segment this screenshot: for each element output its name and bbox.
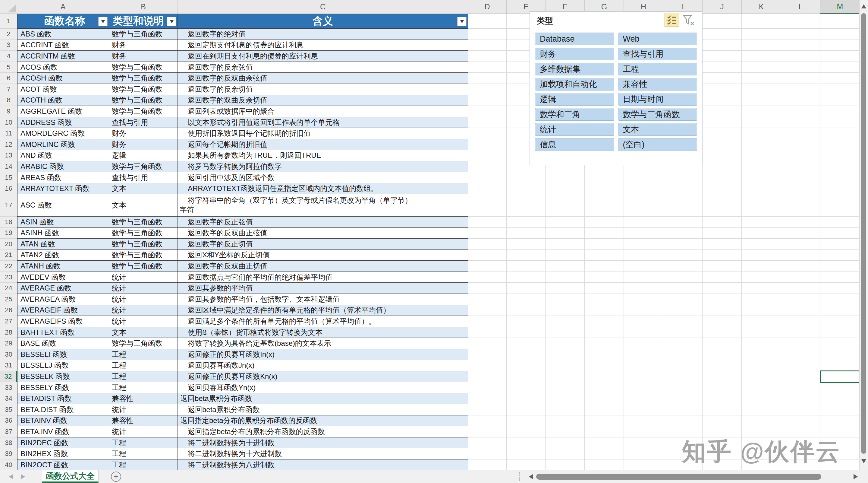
- cell-B16[interactable]: 文本: [109, 183, 178, 194]
- cell-G30[interactable]: [585, 349, 624, 360]
- cell-L12[interactable]: [781, 139, 820, 150]
- row-header-15[interactable]: 15: [0, 172, 17, 183]
- cell-L30[interactable]: [781, 349, 820, 360]
- slicer-item-工程[interactable]: 工程: [618, 63, 698, 76]
- cell-K22[interactable]: [742, 261, 781, 272]
- cell-J26[interactable]: [703, 305, 742, 316]
- cell-C6[interactable]: 返回数字的反双曲余弦值: [178, 73, 468, 84]
- row-header-28[interactable]: 28: [0, 327, 17, 338]
- slicer-item-加载项和自动化[interactable]: 加载项和自动化: [535, 78, 614, 90]
- cell-D20[interactable]: [468, 239, 507, 250]
- cell-J6[interactable]: [703, 73, 742, 84]
- cell-D27[interactable]: [468, 316, 507, 327]
- cell-C16[interactable]: ARRAYTOTEXT函数返回任意指定区域内的文本值的数组。: [178, 183, 468, 194]
- cell-F23[interactable]: [546, 272, 585, 283]
- row-header-20[interactable]: 20: [0, 239, 17, 250]
- cell-H25[interactable]: [624, 294, 663, 305]
- cell-E20[interactable]: [507, 239, 546, 250]
- cell-M3[interactable]: [820, 40, 859, 51]
- cell-C32[interactable]: 返回修正的贝赛耳函数Kn(x): [178, 371, 468, 382]
- cell-G34[interactable]: [585, 393, 624, 404]
- cell-H32[interactable]: [624, 371, 663, 382]
- scrollbar-splitter-handle[interactable]: [519, 472, 520, 481]
- slicer-item-数学与三角函数[interactable]: 数学与三角函数: [618, 108, 698, 121]
- row-header-38[interactable]: 38: [0, 437, 17, 449]
- cell-G16[interactable]: [585, 183, 624, 194]
- cell-I36[interactable]: [663, 416, 703, 427]
- cell-J5[interactable]: [703, 62, 742, 73]
- cell-B38[interactable]: 工程: [109, 437, 178, 449]
- cell-F27[interactable]: [546, 316, 585, 327]
- header-cell-meaning[interactable]: 含义: [178, 14, 468, 29]
- row-header-16[interactable]: 16: [0, 183, 17, 194]
- cell-D33[interactable]: [468, 382, 507, 393]
- cell-J12[interactable]: [703, 139, 742, 150]
- cell-C2[interactable]: 返回数字的绝对值: [178, 29, 468, 40]
- cell-J32[interactable]: [703, 371, 742, 382]
- cell-K14[interactable]: [742, 161, 781, 172]
- row-header-10[interactable]: 10: [0, 117, 17, 128]
- cell-K34[interactable]: [742, 393, 781, 404]
- cell-K12[interactable]: [742, 139, 781, 150]
- cell-J16[interactable]: [703, 183, 742, 194]
- cell-A18[interactable]: ASIN 函数: [17, 217, 109, 228]
- cell-I30[interactable]: [663, 349, 703, 360]
- cell-M35[interactable]: [820, 404, 859, 416]
- cell-L31[interactable]: [781, 360, 820, 371]
- row-header-26[interactable]: 26: [0, 305, 17, 316]
- cell-H36[interactable]: [624, 416, 663, 427]
- cell-H38[interactable]: [624, 437, 663, 449]
- horizontal-scrollbar-thumb[interactable]: [536, 474, 821, 480]
- cell-A28[interactable]: BAHTTEXT 函数: [17, 327, 109, 338]
- row-header-23[interactable]: 23: [0, 272, 17, 283]
- cell-K21[interactable]: [742, 250, 781, 261]
- cell-C14[interactable]: 将罗马数字转换为阿拉伯数字: [178, 161, 468, 172]
- cell-B27[interactable]: 统计: [109, 316, 178, 327]
- cell-A24[interactable]: AVERAGE 函数: [17, 283, 109, 294]
- cell-B37[interactable]: 统计: [109, 426, 178, 437]
- cell-A7[interactable]: ACOT 函数: [17, 84, 109, 95]
- cell-L6[interactable]: [781, 73, 820, 84]
- cell-H27[interactable]: [624, 316, 663, 327]
- cell-J33[interactable]: [703, 382, 742, 393]
- cell-M9[interactable]: [820, 106, 859, 117]
- cell-A25[interactable]: AVERAGEA 函数: [17, 294, 109, 305]
- prev-sheet-icon[interactable]: [9, 474, 13, 479]
- cell-J23[interactable]: [703, 272, 742, 283]
- cell-A31[interactable]: BESSELJ 函数: [17, 360, 109, 371]
- row-header-40[interactable]: 40: [0, 459, 17, 470]
- cell-H39[interactable]: [624, 448, 663, 459]
- cell-I33[interactable]: [663, 382, 703, 393]
- slicer-item-日期与时间[interactable]: 日期与时间: [618, 93, 698, 106]
- cell-L34[interactable]: [781, 393, 820, 404]
- cell-C30[interactable]: 返回修正的贝赛耳函数In(x): [178, 349, 468, 360]
- cell-G25[interactable]: [585, 294, 624, 305]
- column-header-A[interactable]: A: [17, 0, 109, 13]
- cell-D3[interactable]: [468, 40, 507, 51]
- cell-B40[interactable]: 工程: [109, 459, 178, 470]
- cell-D25[interactable]: [468, 294, 507, 305]
- cell-C40[interactable]: 将二进制数转换为八进制数: [178, 459, 468, 470]
- cell-B21[interactable]: 数学与三角函数: [109, 250, 178, 261]
- cell-K15[interactable]: [742, 172, 781, 183]
- cell-M11[interactable]: [820, 128, 859, 139]
- cell-B39[interactable]: 工程: [109, 448, 178, 459]
- cell-L5[interactable]: [781, 62, 820, 73]
- cell-I34[interactable]: [663, 393, 703, 404]
- cell-G40[interactable]: [585, 459, 624, 470]
- cell-L14[interactable]: [781, 161, 820, 172]
- cell-J24[interactable]: [703, 283, 742, 294]
- cell-C4[interactable]: 返回在到期日支付利息的债券的应计利息: [178, 51, 468, 62]
- cell-J19[interactable]: [703, 228, 742, 239]
- row-header-24[interactable]: 24: [0, 283, 17, 294]
- slicer-item-Database[interactable]: Database: [535, 33, 614, 45]
- cell-B29[interactable]: 数学与三角函数: [109, 338, 178, 349]
- cell-J7[interactable]: [703, 84, 742, 95]
- cell-D40[interactable]: [468, 459, 507, 470]
- column-header-J[interactable]: J: [703, 0, 742, 13]
- cell-M14[interactable]: [820, 161, 859, 172]
- row-header-4[interactable]: 4: [0, 51, 17, 62]
- cell-C33[interactable]: 返回贝赛耳函数Yn(x): [178, 382, 468, 393]
- cell-I29[interactable]: [663, 338, 703, 349]
- cell-L24[interactable]: [781, 283, 820, 294]
